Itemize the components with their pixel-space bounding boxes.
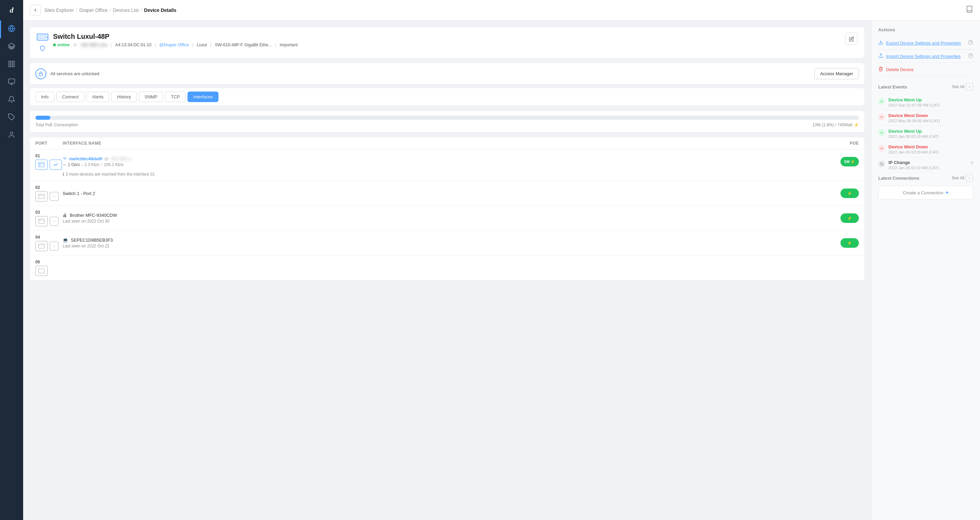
- svg-rect-44: [39, 269, 45, 273]
- svg-rect-32: [41, 195, 43, 196]
- connections-see-all[interactable]: See All ›: [952, 174, 973, 182]
- right-panel: Actions Export Device Settings and Prope…: [871, 21, 980, 520]
- poe-04-toggle[interactable]: ⚡: [840, 238, 859, 248]
- meta-sep-brand: |: [192, 43, 193, 47]
- import-action[interactable]: Import Device Settings and Properties: [878, 50, 973, 63]
- poe-02-toggle[interactable]: ⚡: [840, 189, 859, 198]
- svg-rect-41: [40, 245, 41, 246]
- port-03-arrow[interactable]: ›: [50, 217, 59, 226]
- svg-rect-42: [41, 245, 43, 246]
- breadcrumb-draper[interactable]: Draper Office: [79, 8, 108, 13]
- poe-01-toggle[interactable]: 5W ⚡: [840, 157, 859, 166]
- event-item: Device Went Down 2022 May 09 06:00 AM (C…: [878, 110, 973, 126]
- access-manager-button[interactable]: Access Manager: [814, 68, 859, 79]
- tab-interfaces[interactable]: Interfaces: [188, 92, 218, 102]
- sidebar-item-user[interactable]: [0, 127, 23, 144]
- tab-info[interactable]: Info: [35, 92, 54, 102]
- poe-bar-fill: [35, 116, 50, 120]
- port-04-arrow[interactable]: ›: [50, 242, 59, 250]
- tab-alerts[interactable]: Alerts: [86, 92, 109, 102]
- iface-04-info: 💻 SEPEC1D8B5EB3F3 Last seen on 2022 Oct …: [63, 237, 832, 248]
- port-03-icons: ›: [35, 216, 63, 226]
- svg-rect-20: [46, 36, 47, 38]
- device-header: Switch Luxul-48P online @ 192.168.1.xxx …: [30, 27, 864, 58]
- poe-03-toggle[interactable]: ⚡: [840, 213, 859, 223]
- lock-icon: [35, 68, 46, 79]
- svg-rect-37: [41, 220, 43, 221]
- event-down-1-name: Device Went Down: [888, 113, 940, 118]
- device-icon-area: [37, 33, 48, 52]
- tab-snmp[interactable]: SNMP: [139, 92, 163, 102]
- event-down-1-icon: [878, 114, 885, 121]
- iface-04-name: SEPEC1D8B5EB3F3: [71, 237, 113, 243]
- breadcrumb-devices[interactable]: Devices List: [113, 8, 138, 13]
- svg-point-10: [10, 132, 13, 134]
- book-icon[interactable]: [966, 5, 973, 14]
- event-down-1-time: 2022 May 09 06:00 AM (CAT): [888, 119, 940, 123]
- import-help-icon[interactable]: [968, 53, 973, 59]
- delete-action[interactable]: Delete Device: [878, 63, 973, 76]
- event-change-info: IP Change 2022 Jan 25 01:02 AM (CAT): [888, 160, 939, 170]
- topbar: Sites Explorer / Draper Office / Devices…: [23, 0, 980, 21]
- left-panel: Switch Luxul-48P online @ 192.168.1.xxx …: [23, 21, 871, 520]
- svg-rect-19: [44, 37, 46, 39]
- export-help-icon[interactable]: [968, 40, 973, 46]
- event-down-2-icon: [878, 145, 885, 152]
- port-02-switch-icon: [35, 191, 48, 202]
- poe-section: Total PoE Consumption 13W (1.8%) / 740Wa…: [30, 111, 864, 132]
- event-change-time: 2022 Jan 25 01:02 AM (CAT): [888, 166, 939, 170]
- iface-04-lastseen: Last seen on 2022 Oct 22: [63, 244, 832, 248]
- svg-rect-28: [40, 165, 41, 166]
- row-01-note: ℹ 2 more devices are reached from the in…: [35, 172, 859, 177]
- svg-rect-34: [39, 219, 45, 224]
- event-item: Device Went Up 2022 Jan 26 02:18 AM (CAT…: [878, 126, 973, 142]
- back-button[interactable]: [30, 5, 41, 16]
- globe-icon: [8, 25, 15, 34]
- sidebar-item-layers[interactable]: [0, 38, 23, 56]
- monitor-icon: [8, 78, 15, 87]
- port-02-cell: 02 ›: [35, 185, 63, 202]
- sidebar-item-bell[interactable]: [0, 91, 23, 109]
- iface-03-device-icon: 🖨: [63, 213, 67, 218]
- sidebar-item-grid[interactable]: [0, 56, 23, 73]
- create-connection-button[interactable]: Create a Connection +: [878, 186, 973, 199]
- row-04-main: 04 › 💻 SEPEC1D8B5EB3F3: [35, 235, 859, 251]
- port-02-arrow[interactable]: ›: [50, 192, 59, 201]
- sidebar-item-puzzle[interactable]: [0, 109, 23, 127]
- status-online: online: [53, 43, 70, 47]
- iface-01-link[interactable]: me0cbbc48de0f: [69, 156, 102, 161]
- delete-label: Delete Device: [886, 67, 973, 72]
- port-01-chart-icon[interactable]: [50, 160, 62, 170]
- port-01-cell: 01: [35, 153, 63, 170]
- poe-02-cell: ⚡: [832, 189, 859, 198]
- tab-connect[interactable]: Connect: [56, 92, 84, 102]
- events-see-all-chevron[interactable]: ›: [966, 83, 973, 91]
- sidebar-item-globe[interactable]: [0, 21, 23, 38]
- tab-history[interactable]: History: [111, 92, 137, 102]
- events-see-all[interactable]: See All ›: [952, 83, 973, 91]
- create-connection-plus-icon: +: [945, 189, 948, 196]
- edit-button[interactable]: [845, 33, 858, 45]
- app-logo[interactable]: d: [0, 0, 23, 21]
- event-change-name: IP Change: [888, 160, 939, 165]
- connections-see-all-chevron[interactable]: ›: [966, 174, 973, 182]
- port-05-icons: [35, 266, 63, 276]
- poe-bolt-icon: ⚡: [854, 122, 859, 127]
- svg-rect-39: [39, 244, 45, 248]
- event-up-1-name: Device Went Up: [888, 97, 940, 102]
- breadcrumb-sites[interactable]: Sites Explorer: [44, 8, 74, 13]
- events-see-all-label: See All: [952, 84, 964, 89]
- device-location-link[interactable]: @Draper Office: [159, 43, 189, 47]
- device-meta: online @ 192.168.1.xxx | A4:13:34:DC:01:…: [53, 43, 840, 47]
- user-icon: [8, 131, 15, 140]
- device-model: SW-610-48P-F GigaBit Ethe...: [215, 43, 272, 47]
- device-importance: Important: [280, 43, 298, 47]
- sidebar-item-monitor[interactable]: [0, 73, 23, 91]
- svg-rect-27: [39, 165, 40, 166]
- row-05-main: 05: [35, 260, 859, 276]
- event-change-help-icon[interactable]: ?: [970, 161, 973, 166]
- svg-rect-30: [39, 195, 40, 196]
- port-04-switch-icon: [35, 241, 48, 251]
- export-action[interactable]: Export Device Settings and Properties: [878, 37, 973, 50]
- tab-tcp[interactable]: TCP: [165, 92, 185, 102]
